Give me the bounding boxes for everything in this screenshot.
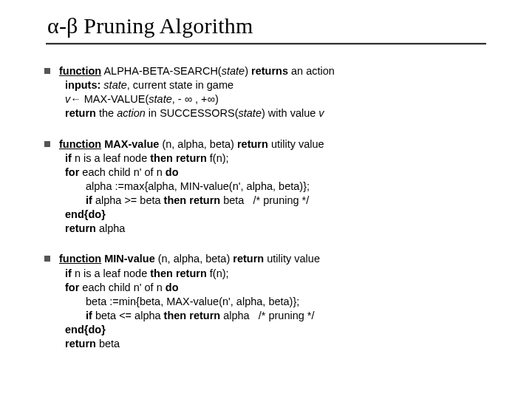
code-line: function MIN-value (n, alpha, beta) retu… (44, 252, 502, 266)
slide-title: α-β Pruning Algorithm (47, 13, 502, 38)
code-line: function ALPHA-BETA-SEARCH(state) return… (44, 64, 502, 78)
code-line: end{do} (44, 323, 502, 337)
code-line: function MAX-value (n, alpha, beta) retu… (44, 137, 502, 151)
bullet-icon (44, 256, 50, 262)
bullet-icon (44, 68, 50, 74)
code-line: end{do} (44, 208, 502, 222)
code-line: return alpha (44, 222, 502, 236)
algorithm-block-min: function MIN-value (n, alpha, beta) retu… (44, 252, 502, 351)
code-line: return the action in SUCCESSORS(state) w… (44, 106, 502, 120)
code-line: return beta (44, 337, 502, 351)
code-line: alpha :=max{alpha, MIN-value(n', alpha, … (44, 180, 502, 194)
code-line: if n is a leaf node then return f(n); (44, 151, 502, 166)
code-line: v← MAX-VALUE(state, - ∞ , +∞) (44, 92, 502, 106)
code-line: if n is a leaf node then return f(n); (44, 267, 502, 281)
code-line: for each child n' of n do (44, 166, 502, 180)
algorithm-block-max: function MAX-value (n, alpha, beta) retu… (44, 137, 502, 236)
title-rule (46, 43, 502, 45)
code-line: inputs: state, current state in game (44, 78, 502, 92)
algorithm-block-search: function ALPHA-BETA-SEARCH(state) return… (44, 64, 502, 121)
code-line: if alpha >= beta then return beta /* pru… (44, 194, 502, 208)
bullet-icon (44, 141, 50, 147)
slide: α-β Pruning Algorithm function ALPHA-BET… (0, 0, 532, 399)
code-line: for each child n' of n do (44, 281, 502, 295)
code-line: beta :=min{beta, MAX-value(n', alpha, be… (44, 295, 502, 309)
code-line: if beta <= alpha then return alpha /* pr… (44, 309, 502, 323)
